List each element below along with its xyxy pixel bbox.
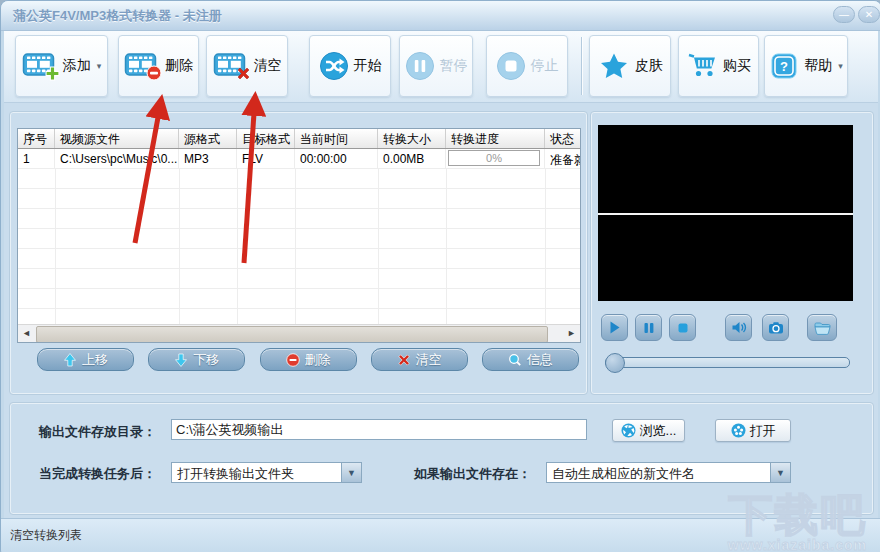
table-header-row: 序号 视频源文件 源格式 目标格式 当前时间 转换大小 转换进度 状态 — [18, 129, 580, 149]
open-dir-label: 打开 — [750, 422, 776, 440]
start-label: 开始 — [354, 57, 382, 75]
col-header-size[interactable]: 转换大小 — [378, 129, 446, 148]
status-bar: 清空转换列表 — [1, 518, 880, 552]
red-minus-icon — [146, 65, 162, 84]
table-empty-area — [18, 169, 580, 325]
select-arrow-icon[interactable]: ▼ — [341, 463, 361, 482]
status-text: 清空转换列表 — [10, 527, 82, 544]
col-header-source-format[interactable]: 源格式 — [179, 129, 237, 148]
toolbar: 添加 ▾ 删除 清空 开始 暂停 — [4, 31, 878, 103]
stop-icon — [496, 51, 526, 81]
seek-slider-track[interactable] — [605, 357, 850, 368]
buy-label: 购买 — [723, 57, 751, 75]
red-minus-icon — [286, 353, 300, 367]
col-header-seq[interactable]: 序号 — [18, 129, 55, 148]
move-up-button[interactable]: 上移 — [37, 348, 134, 371]
conversion-table: 序号 视频源文件 源格式 目标格式 当前时间 转换大小 转换进度 状态 1 C:… — [17, 128, 581, 343]
app-window: 蒲公英F4V/MP3格式转换器 - 未注册 — ✕ 添加 ▾ 删除 — [0, 0, 880, 552]
chevron-down-icon: ▾ — [97, 61, 102, 71]
delete-row-button[interactable]: 删除 — [260, 348, 357, 371]
col-header-status[interactable]: 状态 — [545, 129, 581, 148]
delete-button[interactable]: 删除 — [118, 35, 199, 97]
if-exists-value: 自动生成相应的新文件名 — [547, 463, 770, 482]
up-arrow-icon — [63, 353, 77, 367]
magnifier-icon — [508, 353, 522, 367]
delete-row-label: 删除 — [305, 351, 331, 369]
aperture-icon — [621, 423, 636, 438]
stop-icon — [676, 321, 690, 335]
cell-progress: 0% — [446, 149, 545, 169]
video-preview-screen — [598, 125, 853, 301]
svg-text:?: ? — [780, 59, 788, 74]
col-header-target-format[interactable]: 目标格式 — [237, 129, 295, 148]
horizontal-scrollbar[interactable]: ◄ ► — [18, 324, 580, 342]
speaker-icon — [731, 320, 747, 335]
player-snapshot-button[interactable] — [762, 314, 789, 341]
browse-button[interactable]: 浏览... — [612, 419, 685, 442]
toolbar-divider — [581, 37, 582, 95]
clear-list-button[interactable]: 清空 — [371, 348, 468, 371]
output-dir-input[interactable] — [171, 419, 587, 440]
info-button[interactable]: 信息 — [482, 348, 579, 371]
buy-button[interactable]: 购买 — [678, 35, 759, 97]
star-skin-icon — [598, 51, 630, 81]
progress-bar: 0% — [448, 150, 540, 166]
player-open-folder-button[interactable] — [807, 314, 837, 341]
seek-slider-thumb[interactable] — [605, 353, 625, 373]
title-bar: 蒲公英F4V/MP3格式转换器 - 未注册 — ✕ — [1, 1, 880, 31]
close-button[interactable]: ✕ — [858, 6, 880, 23]
player-stop-button[interactable] — [669, 314, 696, 341]
help-question-icon: ? — [769, 51, 799, 81]
preview-divider-line — [598, 213, 853, 215]
player-play-button[interactable] — [601, 314, 628, 341]
pause-label: 暂停 — [440, 57, 468, 75]
clear-button[interactable]: 清空 — [206, 35, 288, 97]
col-header-progress[interactable]: 转换进度 — [446, 129, 545, 148]
table-row[interactable]: 1 C:\Users\pc\Music\0... MP3 FLV 00:00:0… — [18, 149, 580, 169]
pause-icon — [405, 51, 435, 81]
skin-button[interactable]: 皮肤 — [589, 35, 671, 97]
start-button[interactable]: 开始 — [309, 35, 391, 97]
help-label: 帮助 — [804, 57, 832, 75]
red-x-icon — [397, 353, 411, 367]
after-task-select[interactable]: 打开转换输出文件夹 ▼ — [171, 462, 362, 483]
scrollbar-thumb[interactable] — [36, 326, 548, 343]
info-label: 信息 — [527, 351, 553, 369]
move-down-label: 下移 — [193, 351, 219, 369]
play-icon — [607, 320, 622, 335]
scroll-right-icon[interactable]: ► — [563, 325, 580, 342]
after-task-label: 当完成转换任务后： — [39, 465, 156, 483]
move-up-label: 上移 — [82, 351, 108, 369]
camera-icon — [768, 321, 784, 335]
cell-source-format: MP3 — [179, 149, 237, 169]
move-down-button[interactable]: 下移 — [148, 348, 245, 371]
green-plus-icon — [45, 66, 60, 84]
list-action-row: 上移 下移 删除 清空 信息 — [37, 348, 579, 371]
open-dir-button[interactable]: 打开 — [715, 419, 791, 442]
select-arrow-icon[interactable]: ▼ — [770, 463, 790, 482]
cell-seq: 1 — [18, 149, 55, 169]
skin-label: 皮肤 — [635, 57, 663, 75]
window-title: 蒲公英F4V/MP3格式转换器 - 未注册 — [13, 7, 222, 25]
red-x-icon — [236, 66, 251, 84]
player-pause-button[interactable] — [635, 314, 662, 341]
col-header-source-file[interactable]: 视频源文件 — [55, 129, 179, 148]
help-button[interactable]: ? 帮助 ▾ — [764, 35, 848, 97]
scroll-left-icon[interactable]: ◄ — [18, 325, 35, 342]
pause-button[interactable]: 暂停 — [399, 35, 473, 97]
minimize-button[interactable]: — — [833, 6, 855, 23]
clear-list-label: 清空 — [416, 351, 442, 369]
after-task-value: 打开转换输出文件夹 — [172, 463, 341, 482]
cell-target-format: FLV — [237, 149, 295, 169]
col-header-current-time[interactable]: 当前时间 — [295, 129, 378, 148]
cell-current-time: 00:00:00 — [295, 149, 378, 169]
if-exists-select[interactable]: 自动生成相应的新文件名 ▼ — [546, 462, 791, 483]
output-dir-label: 输出文件存放目录： — [39, 423, 156, 441]
player-volume-button[interactable] — [725, 314, 752, 341]
add-button[interactable]: 添加 ▾ — [15, 35, 108, 97]
film-reel-icon — [731, 423, 746, 438]
stop-button[interactable]: 停止 — [486, 35, 568, 97]
folder-icon — [814, 321, 831, 335]
shopping-cart-icon — [686, 51, 718, 81]
down-arrow-icon — [174, 353, 188, 367]
